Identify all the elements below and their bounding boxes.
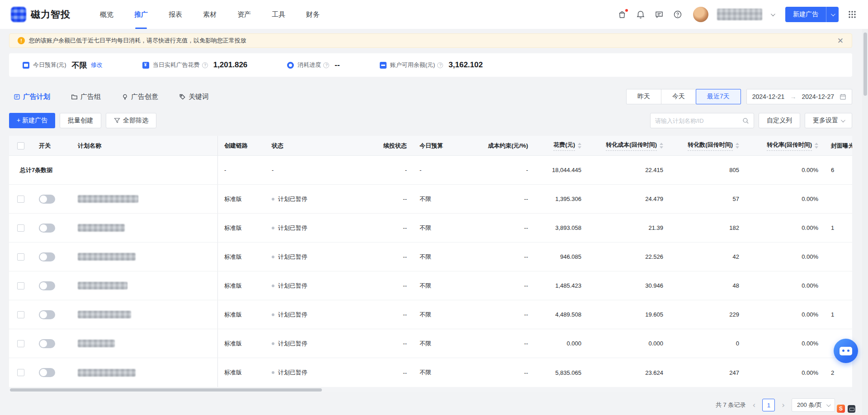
shop-icon[interactable] (617, 9, 627, 19)
preset-today[interactable]: 今天 (661, 89, 696, 104)
horizontal-scrollbar-thumb[interactable] (10, 388, 322, 392)
spend-info-icon[interactable] (202, 62, 208, 68)
balance-info-icon[interactable] (437, 62, 443, 68)
plan-table-card: 开关 计划名称 创建链路 状态 续投状态 今日预算 成本约束(元/%) 花费(元… (9, 136, 852, 392)
table-row: 标准版 计划已暂停 -- 不限 -- 3,893.058 21.39 182 0… (9, 214, 852, 242)
table-viewport: 开关 计划名称 创建链路 状态 续投状态 今日预算 成本约束(元/%) 花费(元… (9, 136, 852, 387)
app-title: 磁力智投 (31, 8, 71, 21)
toolbar-right: 自定义列 更多设置 (650, 113, 852, 128)
filter-all-button[interactable]: 全部筛选 (106, 113, 156, 128)
plan-switch-off[interactable] (39, 368, 55, 377)
date-start[interactable]: 2024-12-21 (752, 93, 785, 100)
sogou-input-icon[interactable]: S (837, 405, 845, 413)
horizontal-scrollbar[interactable] (9, 387, 852, 392)
plan-name-redacted (78, 311, 131, 318)
spend-value: 1,201.826 (213, 61, 248, 70)
bell-icon[interactable] (636, 9, 646, 19)
tab-keywords[interactable]: 关键词 (179, 93, 209, 101)
new-ad-dropdown[interactable] (826, 7, 839, 22)
user-avatar[interactable] (693, 7, 708, 22)
next-page-icon[interactable]: › (780, 401, 786, 410)
plan-switch-off[interactable] (39, 252, 55, 261)
vertical-scrollbar[interactable] (862, 29, 868, 415)
spend-sort-icon[interactable] (578, 143, 581, 149)
header-plan-name: 计划名称 (71, 136, 218, 155)
tab-ad-plan[interactable]: 广告计划 (14, 93, 50, 101)
balance-warning-banner: ! 您的该账户余额已低于近七日平均每日消耗，请尽快进行充值，以免影响您正常投放 … (9, 33, 852, 48)
prev-page-icon[interactable]: ‹ (751, 401, 757, 410)
new-ad-button[interactable]: 新建广告 (785, 7, 826, 22)
progress-info-icon[interactable] (323, 62, 329, 68)
date-range-picker[interactable]: 2024-12-21 → 2024-12-27 (746, 89, 852, 104)
summary-spend: 18,044.445 (534, 156, 588, 184)
nav-item-assets[interactable]: 资产 (227, 0, 261, 29)
status-dot (272, 256, 274, 258)
stat-balance: 账户可用余额(元) 3,162.102 (380, 61, 483, 70)
row-checkbox[interactable] (17, 369, 24, 376)
account-chevron-down-icon[interactable] (771, 12, 775, 16)
nav-item-finance[interactable]: 财务 (296, 0, 330, 29)
row-checkbox[interactable] (17, 253, 24, 261)
status-cell: 计划已暂停 (265, 329, 351, 358)
custom-columns-button[interactable]: 自定义列 (759, 113, 800, 128)
current-page[interactable]: 1 (762, 399, 775, 411)
row-checkbox[interactable] (17, 311, 24, 318)
date-end[interactable]: 2024-12-27 (802, 93, 834, 100)
create-ad-button[interactable]: + 新建广告 (9, 113, 55, 128)
keyboard-tray-icon[interactable] (848, 405, 855, 413)
customer-service-chat-button[interactable] (834, 339, 858, 363)
conv-rate-sort-icon[interactable] (815, 143, 818, 149)
row-checkbox[interactable] (17, 196, 24, 203)
plan-switch-off[interactable] (39, 281, 55, 290)
warning-text: 您的该账户余额已低于近七日平均每日消耗，请尽快进行充值，以免影响您正常投放 (29, 37, 246, 45)
warning-icon: ! (18, 37, 25, 44)
ad-plan-icon (14, 93, 20, 100)
summary-conv-cost: 22.415 (588, 156, 670, 184)
tab-ad-creative[interactable]: 广告创意 (122, 93, 158, 101)
plan-toolbar: + 新建广告 批量创建 全部筛选 自定义列 更多设置 (9, 113, 852, 128)
vertical-scrollbar-thumb[interactable] (863, 33, 867, 96)
banner-close-icon[interactable]: ✕ (837, 37, 844, 45)
conv-count-sort-icon[interactable] (736, 143, 739, 149)
row-checkbox[interactable] (17, 282, 24, 289)
plan-switch-off[interactable] (39, 224, 55, 233)
header-cost-constraint: 成本约束(元/%) (458, 136, 534, 155)
more-settings-button[interactable]: 更多设置 (805, 113, 852, 128)
conv-cost-sort-icon[interactable] (660, 143, 663, 149)
apps-grid-icon[interactable] (847, 9, 857, 19)
help-icon[interactable] (673, 9, 683, 19)
status-dot (272, 313, 274, 316)
plan-search-input[interactable] (655, 117, 742, 124)
main-nav: 概览 推广 报表 素材 资产 工具 财务 (90, 0, 330, 29)
status-dot (272, 227, 274, 229)
preset-yesterday[interactable]: 昨天 (626, 89, 661, 104)
nav-item-reports[interactable]: 报表 (158, 0, 193, 29)
batch-create-button[interactable]: 批量创建 (60, 113, 101, 128)
search-icon[interactable] (742, 117, 749, 124)
table-row: 标准版 计划已暂停 -- 不限 -- 1,485.423 30.946 48 0… (9, 271, 852, 300)
calendar-icon (840, 93, 846, 100)
nav-item-overview[interactable]: 概览 (90, 0, 124, 29)
keywords-icon (179, 93, 186, 100)
preset-last7days[interactable]: 最近7天 (696, 89, 741, 104)
plan-switch-off[interactable] (39, 310, 55, 319)
modify-budget-link[interactable]: 修改 (91, 61, 103, 69)
plan-switch-off[interactable] (39, 195, 55, 204)
more-settings-chevron-icon (841, 118, 845, 122)
summary-conv-rate: 0.00% (745, 156, 825, 184)
row-checkbox[interactable] (17, 224, 24, 232)
table-row: 标准版 计划已暂停 -- 不限 -- 4,489.508 19.605 229 … (9, 300, 852, 329)
message-icon[interactable] (654, 9, 664, 19)
status-cell: 计划已暂停 (265, 242, 351, 271)
nav-item-tools[interactable]: 工具 (261, 0, 296, 29)
plan-switch-off[interactable] (39, 339, 55, 348)
app-logo[interactable]: 磁力智投 (11, 7, 71, 22)
nav-item-materials[interactable]: 素材 (193, 0, 227, 29)
nav-item-promotion[interactable]: 推广 (124, 0, 158, 29)
select-all-checkbox[interactable] (17, 142, 24, 149)
notification-dot (625, 9, 628, 12)
page-size-select[interactable]: 200 条/页 (792, 398, 835, 412)
tab-ad-group[interactable]: 广告组 (71, 93, 101, 101)
row-checkbox[interactable] (17, 340, 24, 347)
status-dot (272, 198, 274, 201)
